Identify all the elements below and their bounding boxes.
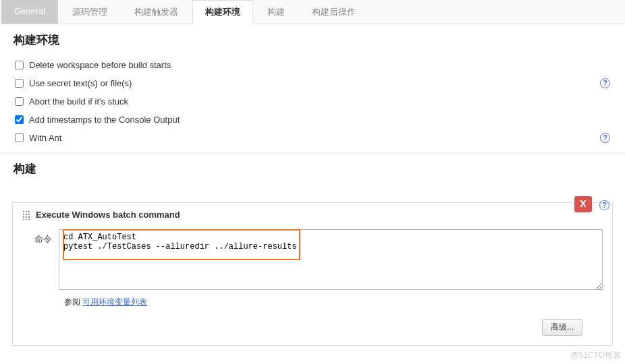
env-vars-link[interactable]: 可用环境变量列表 [82,297,147,307]
build-section: 构建 [0,153,625,190]
step-title: Execute Windows batch command [36,210,180,220]
ref-prefix: 参阅 [64,297,82,307]
config-tabs: General 源码管理 构建触发器 构建环境 构建 构建后操作 [0,0,625,24]
build-step-batch: X ? Execute Windows batch command 命令 参阅 … [12,202,613,346]
tab-general[interactable]: General [1,0,58,24]
command-textarea[interactable] [59,229,603,290]
advanced-button[interactable]: 高级... [542,319,582,336]
help-icon[interactable]: ? [600,133,610,143]
build-env-section: 构建环境 Delete workspace before build start… [0,24,625,153]
command-label: 命令 [22,229,59,290]
watermark: @51CTO博客 [570,350,621,351]
label-delete-workspace: Delete workspace before build starts [29,60,171,70]
checkbox-abort-stuck[interactable] [15,97,24,106]
tab-build-env[interactable]: 构建环境 [192,0,253,24]
delete-step-button[interactable]: X [574,196,592,212]
label-secrets: Use secret text(s) or file(s) [29,78,132,88]
build-env-title: 构建环境 [13,32,612,48]
checkbox-timestamps[interactable] [15,115,24,124]
drag-handle-icon[interactable] [22,210,30,220]
checkbox-delete-workspace[interactable] [15,61,24,69]
build-title: 构建 [13,161,612,177]
tab-build[interactable]: 构建 [254,0,298,24]
label-with-ant: With Ant [29,133,61,143]
label-timestamps: Add timestamps to the Console Output [29,115,180,125]
help-icon[interactable]: ? [599,200,609,210]
label-abort-stuck: Abort the build if it's stuck [29,96,128,107]
tab-triggers[interactable]: 构建触发器 [121,0,191,24]
tab-scm[interactable]: 源码管理 [59,0,120,24]
checkbox-with-ant[interactable] [15,133,24,142]
checkbox-secrets[interactable] [15,79,24,88]
tab-post-build[interactable]: 构建后操作 [299,0,369,24]
help-icon[interactable]: ? [600,78,610,88]
